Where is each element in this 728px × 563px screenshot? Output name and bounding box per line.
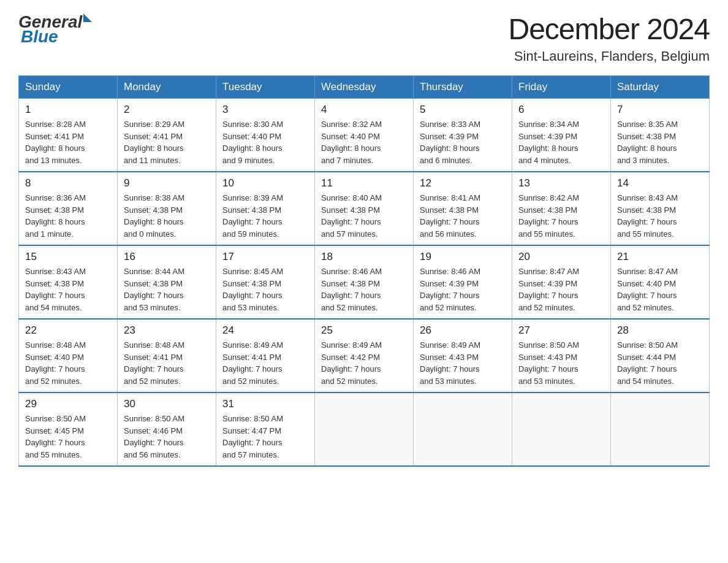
day-number: 14 [617, 177, 703, 190]
day-info: Sunrise: 8:47 AM Sunset: 4:39 PM Dayligh… [518, 266, 604, 313]
calendar-cell: 9Sunrise: 8:38 AM Sunset: 4:38 PM Daylig… [118, 172, 216, 245]
day-number: 3 [222, 104, 308, 116]
calendar-cell: 18Sunrise: 8:46 AM Sunset: 4:38 PM Dayli… [315, 245, 414, 319]
calendar-header: SundayMondayTuesdayWednesdayThursdayFrid… [19, 76, 710, 99]
day-number: 21 [617, 251, 703, 263]
day-number: 10 [222, 177, 308, 190]
day-info: Sunrise: 8:35 AM Sunset: 4:38 PM Dayligh… [617, 118, 703, 166]
calendar-cell: 10Sunrise: 8:39 AM Sunset: 4:38 PM Dayli… [216, 172, 315, 245]
day-info: Sunrise: 8:46 AM Sunset: 4:38 PM Dayligh… [321, 266, 407, 313]
calendar-cell: 17Sunrise: 8:45 AM Sunset: 4:38 PM Dayli… [216, 245, 315, 319]
calendar-cell: 28Sunrise: 8:50 AM Sunset: 4:44 PM Dayli… [611, 319, 710, 393]
day-of-week-tuesday: Tuesday [216, 76, 315, 99]
calendar-cell [414, 393, 512, 466]
calendar-cell: 27Sunrise: 8:50 AM Sunset: 4:43 PM Dayli… [512, 319, 611, 393]
day-of-week-thursday: Thursday [414, 76, 512, 99]
calendar-cell: 2Sunrise: 8:29 AM Sunset: 4:41 PM Daylig… [118, 99, 216, 172]
day-info: Sunrise: 8:33 AM Sunset: 4:39 PM Dayligh… [420, 118, 506, 166]
day-info: Sunrise: 8:29 AM Sunset: 4:41 PM Dayligh… [124, 118, 210, 166]
page-header: General Blue December 2024 Sint-Laureins… [18, 12, 710, 64]
day-number: 7 [617, 104, 703, 116]
day-number: 19 [420, 251, 506, 263]
day-number: 16 [124, 251, 210, 263]
day-info: Sunrise: 8:40 AM Sunset: 4:38 PM Dayligh… [321, 192, 407, 240]
day-info: Sunrise: 8:49 AM Sunset: 4:41 PM Dayligh… [222, 339, 308, 387]
week-row-4: 22Sunrise: 8:48 AM Sunset: 4:40 PM Dayli… [19, 319, 710, 393]
calendar-cell: 19Sunrise: 8:46 AM Sunset: 4:39 PM Dayli… [414, 245, 512, 319]
day-info: Sunrise: 8:41 AM Sunset: 4:38 PM Dayligh… [420, 192, 506, 240]
day-info: Sunrise: 8:32 AM Sunset: 4:40 PM Dayligh… [321, 118, 407, 166]
calendar-cell: 12Sunrise: 8:41 AM Sunset: 4:38 PM Dayli… [414, 172, 512, 245]
day-number: 24 [222, 324, 308, 337]
day-of-week-monday: Monday [118, 76, 216, 99]
calendar-body: 1Sunrise: 8:28 AM Sunset: 4:41 PM Daylig… [19, 99, 710, 467]
day-number: 30 [124, 398, 210, 410]
day-of-week-sunday: Sunday [19, 76, 118, 99]
day-info: Sunrise: 8:34 AM Sunset: 4:39 PM Dayligh… [518, 118, 604, 166]
day-number: 2 [124, 104, 210, 116]
day-info: Sunrise: 8:48 AM Sunset: 4:41 PM Dayligh… [124, 339, 210, 387]
day-info: Sunrise: 8:43 AM Sunset: 4:38 PM Dayligh… [617, 192, 703, 240]
day-info: Sunrise: 8:50 AM Sunset: 4:46 PM Dayligh… [124, 413, 210, 461]
day-info: Sunrise: 8:46 AM Sunset: 4:39 PM Dayligh… [420, 266, 506, 313]
calendar-cell: 31Sunrise: 8:50 AM Sunset: 4:47 PM Dayli… [216, 393, 315, 466]
calendar-cell: 14Sunrise: 8:43 AM Sunset: 4:38 PM Dayli… [611, 172, 710, 245]
day-info: Sunrise: 8:43 AM Sunset: 4:38 PM Dayligh… [25, 266, 111, 313]
day-info: Sunrise: 8:36 AM Sunset: 4:38 PM Dayligh… [25, 192, 111, 240]
calendar-cell: 26Sunrise: 8:49 AM Sunset: 4:43 PM Dayli… [414, 319, 512, 393]
calendar-cell: 21Sunrise: 8:47 AM Sunset: 4:40 PM Dayli… [611, 245, 710, 319]
calendar-cell [315, 393, 414, 466]
day-info: Sunrise: 8:49 AM Sunset: 4:42 PM Dayligh… [321, 339, 407, 387]
day-number: 6 [518, 104, 604, 116]
day-info: Sunrise: 8:28 AM Sunset: 4:41 PM Dayligh… [25, 118, 111, 166]
day-info: Sunrise: 8:44 AM Sunset: 4:38 PM Dayligh… [124, 266, 210, 313]
calendar-table: SundayMondayTuesdayWednesdayThursdayFrid… [18, 75, 710, 467]
day-number: 31 [222, 398, 308, 410]
day-number: 12 [420, 177, 506, 190]
logo-blue-text: Blue [21, 27, 58, 47]
day-number: 17 [222, 251, 308, 263]
day-number: 22 [25, 324, 111, 337]
calendar-cell: 1Sunrise: 8:28 AM Sunset: 4:41 PM Daylig… [19, 99, 118, 172]
day-of-week-friday: Friday [512, 76, 611, 99]
day-number: 13 [518, 177, 604, 190]
day-info: Sunrise: 8:30 AM Sunset: 4:40 PM Dayligh… [222, 118, 308, 166]
day-number: 29 [25, 398, 111, 410]
day-info: Sunrise: 8:38 AM Sunset: 4:38 PM Dayligh… [124, 192, 210, 240]
day-number: 11 [321, 177, 407, 190]
day-info: Sunrise: 8:49 AM Sunset: 4:43 PM Dayligh… [420, 339, 506, 387]
day-number: 4 [321, 104, 407, 116]
day-info: Sunrise: 8:50 AM Sunset: 4:43 PM Dayligh… [518, 339, 604, 387]
day-info: Sunrise: 8:50 AM Sunset: 4:44 PM Dayligh… [617, 339, 703, 387]
day-info: Sunrise: 8:48 AM Sunset: 4:40 PM Dayligh… [25, 339, 111, 387]
calendar-cell: 23Sunrise: 8:48 AM Sunset: 4:41 PM Dayli… [118, 319, 216, 393]
calendar-cell: 7Sunrise: 8:35 AM Sunset: 4:38 PM Daylig… [611, 99, 710, 172]
calendar-cell: 15Sunrise: 8:43 AM Sunset: 4:38 PM Dayli… [19, 245, 118, 319]
week-row-1: 1Sunrise: 8:28 AM Sunset: 4:41 PM Daylig… [19, 99, 710, 172]
day-number: 26 [420, 324, 506, 337]
calendar-cell: 13Sunrise: 8:42 AM Sunset: 4:38 PM Dayli… [512, 172, 611, 245]
day-number: 5 [420, 104, 506, 116]
day-of-week-saturday: Saturday [611, 76, 710, 99]
calendar-cell: 11Sunrise: 8:40 AM Sunset: 4:38 PM Dayli… [315, 172, 414, 245]
day-info: Sunrise: 8:50 AM Sunset: 4:47 PM Dayligh… [222, 413, 308, 461]
day-number: 27 [518, 324, 604, 337]
week-row-3: 15Sunrise: 8:43 AM Sunset: 4:38 PM Dayli… [19, 245, 710, 319]
day-number: 15 [25, 251, 111, 263]
calendar-cell [512, 393, 611, 466]
calendar-cell: 8Sunrise: 8:36 AM Sunset: 4:38 PM Daylig… [19, 172, 118, 245]
day-number: 20 [518, 251, 604, 263]
calendar-cell: 30Sunrise: 8:50 AM Sunset: 4:46 PM Dayli… [118, 393, 216, 466]
calendar-location: Sint-Laureins, Flanders, Belgium [508, 48, 710, 64]
calendar-cell: 22Sunrise: 8:48 AM Sunset: 4:40 PM Dayli… [19, 319, 118, 393]
calendar-cell: 25Sunrise: 8:49 AM Sunset: 4:42 PM Dayli… [315, 319, 414, 393]
calendar-cell [611, 393, 710, 466]
day-info: Sunrise: 8:50 AM Sunset: 4:45 PM Dayligh… [25, 413, 111, 461]
logo: General Blue [18, 12, 92, 47]
calendar-cell: 6Sunrise: 8:34 AM Sunset: 4:39 PM Daylig… [512, 99, 611, 172]
week-row-2: 8Sunrise: 8:36 AM Sunset: 4:38 PM Daylig… [19, 172, 710, 245]
calendar-cell: 3Sunrise: 8:30 AM Sunset: 4:40 PM Daylig… [216, 99, 315, 172]
day-info: Sunrise: 8:47 AM Sunset: 4:40 PM Dayligh… [617, 266, 703, 313]
calendar-cell: 4Sunrise: 8:32 AM Sunset: 4:40 PM Daylig… [315, 99, 414, 172]
calendar-title-area: December 2024 Sint-Laureins, Flanders, B… [508, 12, 710, 64]
